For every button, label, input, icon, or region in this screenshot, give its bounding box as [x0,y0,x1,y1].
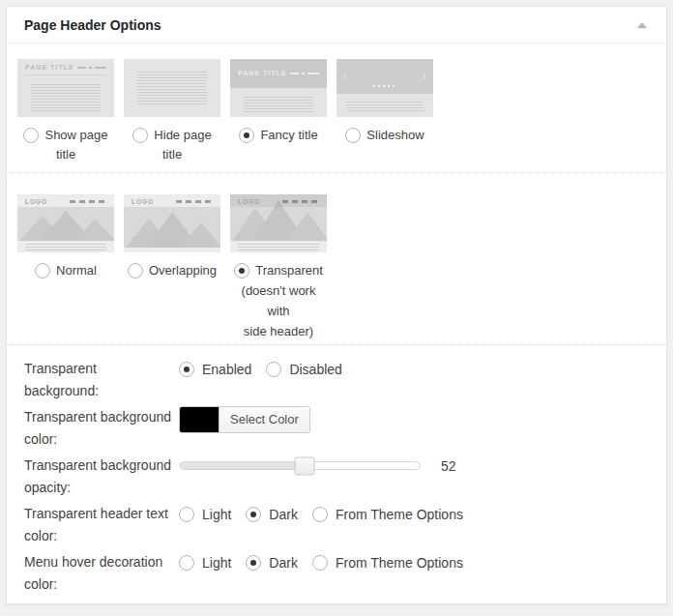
radio-label[interactable]: Dark [269,507,298,522]
collapse-toggle-icon[interactable] [637,22,647,28]
color-swatch[interactable] [180,407,219,432]
option-from-theme-options[interactable]: From Theme Options [312,507,463,522]
text-lines-graphic [244,97,313,112]
radio-dark[interactable] [246,603,261,605]
field-menu-hover-color: Menu hover decoration color: Light Dark … [24,551,655,596]
option-overlapping: LOGO Overlapping [124,194,220,341]
panel-header: Page Header Options [7,7,666,44]
text-lines-graphic [25,244,106,252]
slideshow-band-graphic: ‹ › [336,59,433,94]
radio-label[interactable]: Dark [269,603,298,605]
option-transparent: LOGO Transparent (doesn't work with side… [230,194,327,341]
field-label: Menu hover decoration color: [24,551,179,596]
radio-label[interactable]: From Theme Options [336,603,463,605]
radio-label[interactable]: Dark [269,555,298,571]
thumb-logo-text: LOGO [132,198,154,205]
thumb-transparent[interactable]: LOGO [230,194,327,252]
radio-slideshow[interactable] [345,128,361,143]
option-disabled[interactable]: Disabled [266,362,341,377]
radio-label[interactable]: Light [202,555,231,571]
next-arrow-icon: › [423,71,426,81]
radio-hide-page-title[interactable] [132,128,148,143]
radio-label[interactable]: Show page title [44,128,107,161]
radio-label[interactable]: Hide page title [154,128,211,161]
radio-label[interactable]: From Theme Options [336,555,463,571]
radio-label[interactable]: Fancy title [260,128,317,142]
thumb-overlapping[interactable]: LOGO [124,194,220,252]
radio-show-page-title[interactable] [23,128,39,143]
option-dark[interactable]: Dark [246,555,298,571]
option-slideshow: ‹ › Slideshow [336,59,433,164]
prev-arrow-icon: ‹ [343,71,347,81]
radio-label[interactable]: Enabled [202,362,251,377]
thumb-logo-text: LOGO [25,198,47,205]
text-lines-graphic [31,84,101,112]
thumb-show-page-title[interactable]: PAGE TITLE [17,59,114,117]
option-enabled[interactable]: Enabled [179,362,251,377]
mountains-graphic [17,207,114,241]
thumb-normal[interactable]: LOGO [17,194,114,252]
select-color-label[interactable]: Select Color [219,407,309,432]
opacity-slider[interactable] [179,461,421,470]
transparent-note-line: (doesn't work with [230,280,327,321]
radio-overlapping[interactable] [128,263,143,279]
radio-label[interactable]: From Theme Options [336,507,463,522]
field-transparent-background: Transparent background: Enabled Disabled [24,358,655,402]
panel-title: Page Header Options [24,17,161,33]
radio-label[interactable]: Light [202,603,231,605]
radio-fancy-title[interactable] [239,128,254,143]
menu-placeholder-icon [282,200,319,203]
option-light[interactable]: Light [179,555,231,571]
radio-label[interactable]: Overlapping [149,263,217,278]
page-header-options-panel: Page Header Options PAGE TITLE Show page… [6,6,667,604]
radio-light[interactable] [179,603,194,605]
radio-label[interactable]: Transparent [255,263,323,278]
radio-light[interactable] [179,507,194,522]
radio-dark[interactable] [246,507,261,522]
radio-disabled[interactable] [266,362,281,377]
option-normal: LOGO Normal [17,194,114,341]
thumb-slideshow[interactable]: ‹ › [336,59,433,117]
menu-placeholder-icon [290,73,319,74]
radio-label[interactable]: Disabled [289,362,341,377]
thumb-hide-page-title[interactable] [124,59,220,117]
radio-label[interactable]: Light [202,507,231,522]
select-color-button[interactable]: Select Color [179,406,310,433]
radio-enabled[interactable] [179,362,194,377]
text-lines-graphic [132,237,213,248]
radio-light[interactable] [179,555,194,571]
opacity-value: 52 [441,458,456,474]
radio-label[interactable]: Slideshow [366,128,424,142]
title-style-section: PAGE TITLE Show page title Hide page tit… [7,44,666,173]
field-label: Transparent background: [24,358,179,402]
thumb-fancy-title[interactable]: PAGE TITLE [230,59,327,117]
opacity-slider-handle[interactable] [294,456,314,475]
field-layout-elements-color: Transparent header layout elements color… [24,600,655,604]
option-light[interactable]: Light [179,507,231,522]
field-label: Transparent header text color: [24,503,179,547]
option-from-theme-options[interactable]: From Theme Options [312,603,463,605]
thumb-page-title-text: PAGE TITLE [25,64,74,71]
radio-dark[interactable] [246,555,261,571]
text-lines-graphic [137,72,207,104]
option-fancy-title: PAGE TITLE Fancy title [230,59,327,164]
radio-label[interactable]: Normal [56,263,97,278]
option-dark[interactable]: Dark [246,603,298,605]
opacity-slider-fill [180,462,305,469]
radio-normal[interactable] [35,263,50,279]
radio-from-theme-options[interactable] [312,555,328,571]
radio-from-theme-options[interactable] [312,603,328,605]
option-show-page-title: PAGE TITLE Show page title [17,59,114,164]
field-label: Transparent header layout elements color… [24,600,179,604]
slideshow-dots-icon [336,85,433,87]
option-light[interactable]: Light [179,603,231,605]
divider-line [25,74,106,75]
radio-from-theme-options[interactable] [312,507,328,522]
field-header-text-color: Transparent header text color: Light Dar… [24,503,655,547]
header-style-section: LOGO Normal LO [7,173,666,345]
menu-placeholder-icon [70,200,106,203]
option-dark[interactable]: Dark [246,507,298,522]
radio-transparent[interactable] [234,263,249,279]
field-label: Transparent background opacity: [24,455,179,499]
option-from-theme-options[interactable]: From Theme Options [312,555,463,571]
